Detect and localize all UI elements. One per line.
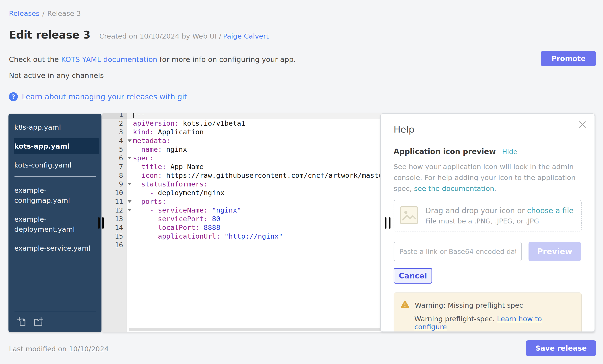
title-row: Edit release 3 Created on 10/10/2024 by …	[9, 29, 269, 41]
line-number: 9	[102, 180, 127, 188]
line-number: 1	[102, 113, 127, 119]
file-item-example-deployment.yaml[interactable]: example-deployment.yaml	[14, 211, 99, 237]
line-number: 4	[102, 136, 127, 145]
git-help-row: ? Learn about managing your releases wit…	[9, 92, 187, 101]
add-folder-icon	[33, 324, 44, 328]
description-period: .	[494, 185, 496, 192]
file-name-line: example-	[14, 214, 97, 224]
line-number: 12	[102, 206, 127, 215]
docs-line: Check out the KOTS YAML documentation fo…	[9, 55, 296, 64]
dropzone-text-before: Drag and drop your icon or	[425, 206, 527, 215]
docs-text-before: Check out the	[9, 55, 61, 64]
created-author-link[interactable]: Paige Calvert	[223, 32, 269, 40]
close-icon	[578, 127, 587, 130]
line-number: 14	[102, 223, 127, 232]
fold-arrow-icon[interactable]	[128, 183, 132, 185]
last-modified-text: Last modified on 10/10/2024	[9, 345, 109, 353]
file-name-line: kots-app.yaml	[14, 141, 97, 151]
sidebar-spacer	[9, 259, 102, 312]
breadcrumb: Releases/Release 3	[9, 9, 81, 17]
sidebar-resize-handle[interactable]	[98, 217, 104, 229]
image-placeholder-icon	[400, 206, 418, 225]
line-number: 6	[102, 154, 127, 162]
icon-dropzone[interactable]: Drag and drop your icon or choose a file…	[394, 200, 582, 232]
close-help-button[interactable]	[578, 120, 587, 130]
preflight-warning-box: Warning: Missing preflight spec Warning …	[394, 292, 582, 332]
warning-detail-text: Warning preflight-spec.	[414, 315, 497, 323]
icon-preview-description: See how your application icon will look …	[394, 161, 583, 194]
code-text: - deployment/nginx	[127, 188, 225, 197]
dropzone-file-types: File must be a .PNG, .JPEG, or .JPG	[425, 217, 574, 225]
hide-link[interactable]: Hide	[502, 148, 517, 156]
question-mark-icon: ?	[9, 92, 18, 101]
code-text: metadata:	[127, 136, 170, 145]
line-number: 7	[102, 162, 127, 171]
icon-preview-section-header: Application icon preview Hide	[394, 147, 582, 156]
see-documentation-link[interactable]: see the documentation	[414, 185, 494, 192]
icon-preview-title: Application icon preview	[394, 147, 496, 156]
code-text: kind: Application	[127, 128, 204, 136]
git-releases-link[interactable]: Learn about managing your releases with …	[22, 92, 187, 101]
line-number: 11	[102, 197, 127, 206]
file-item-example-service.yaml[interactable]: example-service.yaml	[14, 240, 99, 256]
code-text: ports:	[127, 197, 166, 206]
code-text: icon: https://raw.githubusercontent.com/…	[127, 171, 387, 180]
promote-button[interactable]: Promote	[541, 51, 596, 66]
file-list: k8s-app.yamlkots-app.yamlkots-config.yam…	[9, 114, 102, 259]
help-panel-resize-handle[interactable]	[385, 217, 391, 229]
created-info: Created on 10/10/2024 by Web UI /Paige C…	[99, 32, 269, 40]
sidebar-actions	[14, 312, 96, 332]
warning-triangle-icon	[401, 300, 409, 310]
file-item-kots-config.yaml[interactable]: kots-config.yaml	[14, 157, 99, 173]
kots-yaml-docs-link[interactable]: KOTS YAML documentation	[61, 55, 157, 64]
dropzone-text: Drag and drop your icon or choose a file…	[425, 206, 574, 225]
icon-url-input[interactable]	[394, 242, 522, 261]
cancel-button[interactable]: Cancel	[394, 268, 432, 284]
line-number: 10	[102, 188, 127, 197]
created-text: Created on 10/10/2024 by Web UI /	[99, 32, 221, 40]
main-area: k8s-app.yamlkots-app.yamlkots-config.yam…	[0, 113, 603, 332]
code-text: statusInformers:	[127, 180, 208, 188]
line-number: 2	[102, 119, 127, 128]
file-name-line: example-service.yaml	[14, 243, 97, 253]
preview-button[interactable]: Preview	[529, 242, 581, 261]
file-name-line: example-	[14, 185, 97, 195]
page-title: Edit release 3	[9, 29, 90, 41]
add-folder-button[interactable]	[33, 316, 44, 328]
file-item-kots-app.yaml[interactable]: kots-app.yaml	[14, 138, 99, 154]
file-item-example-configmap.yaml[interactable]: example-configmap.yaml	[14, 182, 99, 208]
code-text: name: nginx	[127, 145, 187, 154]
code-text: - serviceName: "nginx"	[127, 206, 241, 215]
file-item-k8s-app.yaml[interactable]: k8s-app.yaml	[14, 119, 99, 135]
file-name-line: configmap.yaml	[14, 195, 97, 205]
file-name-line: kots-config.yaml	[14, 160, 97, 170]
code-text: servicePort: 80	[127, 215, 220, 223]
fold-arrow-icon[interactable]	[128, 139, 132, 142]
fold-arrow-icon[interactable]	[128, 209, 132, 211]
line-number: 8	[102, 171, 127, 180]
warning-title: Warning: Missing preflight spec	[415, 301, 523, 309]
breadcrumb-separator: /	[42, 9, 44, 17]
sidebar-divider	[14, 176, 96, 177]
line-number: 15	[102, 232, 127, 241]
help-title: Help	[394, 124, 582, 135]
save-release-button[interactable]: Save release	[526, 340, 596, 356]
breadcrumb-releases-link[interactable]: Releases	[9, 9, 39, 17]
line-number: 16	[102, 241, 127, 249]
fold-arrow-icon[interactable]	[128, 200, 132, 203]
add-file-button[interactable]	[16, 316, 27, 328]
code-text: applicationUrl: "http://nginx"	[127, 232, 283, 241]
fold-arrow-icon[interactable]	[128, 157, 132, 159]
line-number: 13	[102, 215, 127, 223]
icon-url-row: Preview	[394, 242, 582, 261]
file-name-line: k8s-app.yaml	[14, 122, 97, 132]
help-panel: Help Application icon preview Hide See h…	[380, 113, 595, 332]
line-number: 5	[102, 145, 127, 154]
file-sidebar: k8s-app.yamlkots-app.yamlkots-config.yam…	[9, 114, 102, 332]
choose-a-file-link[interactable]: choose a file	[527, 206, 573, 215]
channel-status: Not active in any channels	[9, 71, 104, 80]
file-name-line: deployment.yaml	[14, 224, 97, 234]
breadcrumb-current: Release 3	[47, 9, 81, 17]
code-text: apiVersion: kots.io/v1beta1	[127, 119, 245, 128]
code-text: localPort: 8888	[127, 223, 220, 232]
